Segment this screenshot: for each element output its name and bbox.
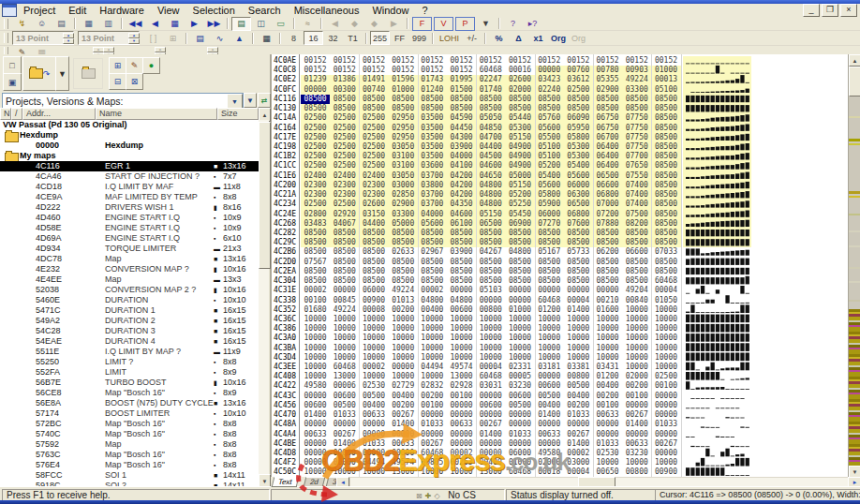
hex-cell[interactable]: 10000 [535,324,564,334]
hex-cell[interactable]: 02500 [564,85,593,95]
hex-cell[interactable]: 10000 [476,334,505,343]
hex-cell[interactable]: 01033 [651,420,680,429]
hex-cell[interactable]: 03500 [418,142,447,152]
hex-cell[interactable]: 03800 [418,181,447,190]
hex-cell[interactable]: 08500 [476,95,505,104]
hex-cell[interactable]: 00000 [359,430,388,439]
hex-cell[interactable]: 00000 [389,430,418,439]
hex-cell[interactable]: 01400 [389,420,418,429]
hex-cell[interactable]: 08500 [359,276,388,286]
hex-cell[interactable]: 00900 [651,467,680,477]
hex-cell[interactable]: 00152 [447,56,476,66]
hex-cell[interactable]: 10000 [301,324,330,334]
x-axis-points[interactable]: 13 Point▲▼ [12,31,74,45]
map-row-4CE9A[interactable]: 4CE9AMAF LIMITED BY TEMP▪8x8 [0,192,259,202]
hex-cell[interactable]: 02950 [389,124,418,133]
hex-cell[interactable]: 00002 [564,449,593,458]
hex-cell[interactable]: 01000 [505,305,534,315]
hex-cell[interactable]: 60468 [505,467,534,477]
hex-cell[interactable]: 02500 [359,133,388,142]
hex-cell[interactable]: 00152 [359,56,388,66]
hex-cell[interactable]: 00100 [418,401,447,410]
hex-cell[interactable]: 00000 [651,392,680,401]
hex-cell[interactable]: 08500 [622,95,651,104]
hex-cell[interactable]: 01386 [330,75,359,84]
hex-cell[interactable]: 08500 [535,267,564,276]
hex-cell[interactable]: 00800 [564,372,593,381]
hex-cell[interactable]: 06000 [359,286,388,295]
hex-cell[interactable]: 00100 [593,401,622,410]
hex-cell[interactable]: 10000 [593,334,622,343]
column-header-size[interactable]: Size [217,108,259,120]
hex-cell[interactable]: 00800 [476,305,505,315]
hex-cell[interactable]: 05103 [476,286,505,295]
hex-cell[interactable]: 08500 [505,95,534,104]
hex-cell[interactable]: 00805 [418,458,447,467]
menu-view[interactable]: View [151,5,186,17]
hex-cell[interactable]: 49224 [389,286,418,295]
hex-cell[interactable]: 08500 [359,229,388,238]
byteorder-lohi-icon[interactable]: LOHI [437,31,462,45]
hex-cell[interactable]: 00400 [593,381,622,391]
hex-cell[interactable]: 00633 [359,410,388,420]
hex-cell[interactable]: 07400 [622,200,651,209]
folder-row-my-maps[interactable]: My maps [0,151,259,161]
hex-cell[interactable]: 08500 [330,267,359,276]
hex-cell[interactable]: 01033 [505,430,534,439]
hex-cell[interactable]: 07650 [622,161,651,170]
hex-cell[interactable]: 08500 [651,181,680,190]
hex-cell[interactable]: 01995 [447,75,476,84]
hex-cell[interactable]: 05250 [505,200,534,209]
hex-cell[interactable]: 02000 [622,372,651,381]
hex-cell[interactable]: 08500 [330,238,359,247]
column-header-name[interactable]: Name [96,108,217,120]
hex-cell[interactable]: 02600 [359,200,388,209]
hex-cell[interactable]: 02633 [389,247,418,257]
hex-cell[interactable]: 00845 [330,296,359,305]
hex-cell[interactable]: 06750 [593,113,622,123]
hex-cell[interactable]: 00100 [447,392,476,401]
context-help-icon[interactable]: ▸? [523,17,542,31]
hex-cell[interactable]: 00000 [505,420,534,429]
hex-cell[interactable]: 02500 [330,142,359,152]
map-row-54EAE[interactable]: 54EAEDURATION 4■16x15 [0,336,259,347]
hex-cell[interactable]: 00267 [622,410,651,420]
hex-cell[interactable]: 01050 [651,296,680,305]
map-row-5471C[interactable]: 5471CDURATION 1■16x15 [0,305,259,316]
hex-cell[interactable]: 03000 [389,181,418,190]
hex-cell[interactable]: 49224 [622,75,651,84]
hex-cell[interactable]: 08500 [564,104,593,113]
map-row-4D934[interactable]: 4D934TORQUE LIMITER▬21x3 [0,244,259,254]
hex-cell[interactable]: 02500 [301,161,330,170]
hex-cell[interactable]: 00000 [535,372,564,381]
hex-cell[interactable]: 08500 [447,258,476,267]
hex-cell[interactable]: 00000 [505,439,534,449]
hex-cell[interactable]: 08500 [389,104,418,113]
hex-cell[interactable]: 03050 [389,142,418,152]
hex-cell[interactable]: 00000 [301,439,330,449]
column-header-n[interactable]: N [0,108,11,120]
hex-cell[interactable]: 08500 [389,95,418,104]
hex-cell[interactable]: 05800 [564,133,593,142]
hex-cell[interactable]: 10000 [505,324,534,334]
hex-cell[interactable]: 01200 [593,372,622,381]
hex-cell[interactable]: 08500 [593,276,622,286]
hex-cell[interactable]: 00263 [447,458,476,467]
hex-cell[interactable]: 01500 [447,85,476,95]
hex-cell[interactable]: 00152 [301,56,330,66]
version-table-icon[interactable]: ▦ [165,17,185,31]
hex-cell[interactable]: 03600 [418,161,447,170]
hex-cell[interactable]: 08500 [418,258,447,267]
hex-cell[interactable]: 04067 [330,219,359,229]
hex-cell[interactable]: 00000 [476,296,505,305]
hex-cell[interactable]: 00000 [447,401,476,410]
hex-cell[interactable]: 10000 [535,344,564,353]
hex-cell[interactable]: 08500 [418,104,447,113]
delta-icon[interactable]: Δ [509,31,528,45]
hex-cell[interactable]: 00600 [505,392,534,401]
hex-cell[interactable]: 05000 [505,171,534,181]
hex-cell[interactable]: 08500 [418,276,447,286]
client-data-icon[interactable]: ☺ [32,17,52,31]
hex-cell[interactable]: 05167 [535,247,564,257]
hex-cell[interactable]: 10000 [622,324,651,334]
